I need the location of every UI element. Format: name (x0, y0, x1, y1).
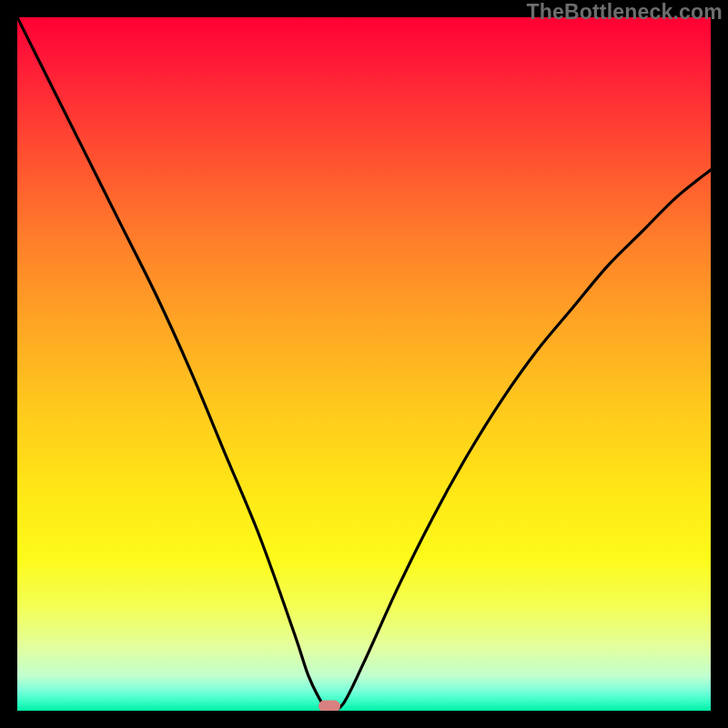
bottleneck-curve (17, 17, 711, 711)
chart-frame: TheBottleneck.com (0, 0, 728, 728)
watermark-text: TheBottleneck.com (526, 0, 723, 25)
plot-area (17, 17, 711, 711)
optimal-marker (318, 700, 340, 711)
